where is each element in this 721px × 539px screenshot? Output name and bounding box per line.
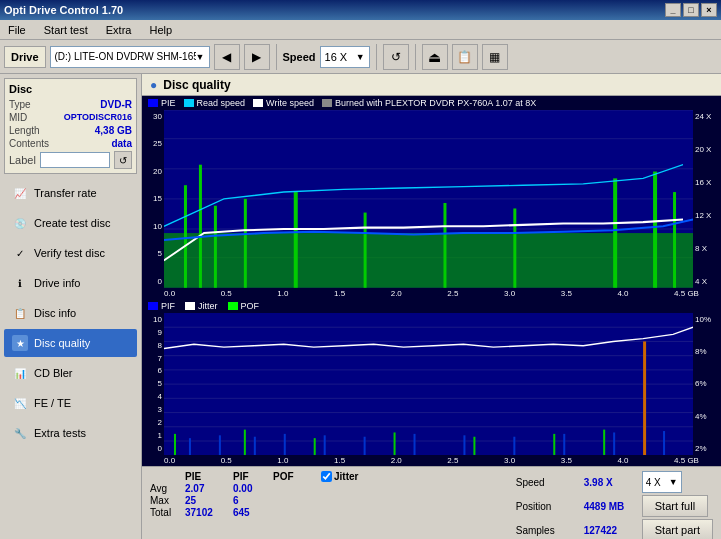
settings-button[interactable]: ▦ xyxy=(482,44,508,70)
nav-extra-tests-label: Extra tests xyxy=(34,427,86,439)
svg-rect-10 xyxy=(214,206,217,288)
eject-button[interactable]: ⏏ xyxy=(422,44,448,70)
x-axis-2: 0.0 0.5 1.0 1.5 2.0 2.5 3.0 3.5 4.0 4.5 … xyxy=(142,455,721,466)
svg-rect-32 xyxy=(394,432,396,455)
read-speed-color xyxy=(184,99,194,107)
disc-label-refresh-button[interactable]: ↺ xyxy=(114,151,132,169)
transfer-rate-icon: 📈 xyxy=(12,185,28,201)
nav-cd-bler[interactable]: 📊 CD Bler xyxy=(4,359,137,387)
svg-rect-36 xyxy=(643,341,646,455)
maximize-button[interactable]: □ xyxy=(683,3,699,17)
refresh-button[interactable]: ↺ xyxy=(383,44,409,70)
legend-jitter-label: Jitter xyxy=(198,301,218,311)
speed-box[interactable]: 4 X ▼ xyxy=(642,471,682,493)
pof-color xyxy=(228,302,238,310)
close-button[interactable]: × xyxy=(701,3,717,17)
svg-rect-31 xyxy=(314,438,316,455)
minimize-button[interactable]: _ xyxy=(665,3,681,17)
nav-transfer-rate[interactable]: 📈 Transfer rate xyxy=(4,179,137,207)
speed-combo[interactable]: 16 X ▼ xyxy=(320,46,370,68)
menu-extra[interactable]: Extra xyxy=(102,22,136,38)
start-full-button[interactable]: Start full xyxy=(642,495,708,517)
menu-file[interactable]: File xyxy=(4,22,30,38)
y-axis-left-1: 30 25 20 15 10 5 0 xyxy=(142,110,164,288)
separator-2 xyxy=(376,44,377,70)
svg-rect-30 xyxy=(244,429,246,455)
max-pie: 25 xyxy=(185,495,233,506)
nav-disc-quality[interactable]: ★ Disc quality xyxy=(4,329,137,357)
separator-1 xyxy=(276,44,277,70)
burned-color xyxy=(322,99,332,107)
legend-pie-label: PIE xyxy=(161,98,176,108)
disc-contents-key: Contents xyxy=(9,138,49,149)
drive-next-button[interactable]: ▶ xyxy=(244,44,270,70)
nav-verify-test-disc[interactable]: ✓ Verify test disc xyxy=(4,239,137,267)
drive-label: Drive xyxy=(4,46,46,68)
nav-drive-info[interactable]: ℹ Drive info xyxy=(4,269,137,297)
svg-rect-45 xyxy=(513,437,515,455)
legend-2: PIF Jitter POF xyxy=(142,299,721,313)
legend-burned-label: Burned with PLEXTOR DVDR PX-760A 1.07 at… xyxy=(335,98,536,108)
avg-jitter xyxy=(311,483,376,494)
start-part-button[interactable]: Start part xyxy=(642,519,713,539)
disc-mid-row: MID OPTODISCR016 xyxy=(9,112,132,123)
window-controls: _ □ × xyxy=(665,3,717,17)
total-pif: 645 xyxy=(233,507,273,518)
nav-fe-te[interactable]: 📉 FE / TE xyxy=(4,389,137,417)
nav-extra-tests[interactable]: 🔧 Extra tests xyxy=(4,419,137,447)
panel-header: ● Disc quality xyxy=(142,74,721,96)
panel-title: Disc quality xyxy=(163,78,230,92)
svg-rect-40 xyxy=(284,434,286,455)
disc-label-input[interactable] xyxy=(40,152,110,168)
drive-value: (D:) LITE-ON DVDRW SHM-165P6S M50F xyxy=(55,51,196,62)
nav-transfer-rate-label: Transfer rate xyxy=(34,187,97,199)
avg-pie: 2.07 xyxy=(185,483,233,494)
drive-combo[interactable]: (D:) LITE-ON DVDRW SHM-165P6S M50F ▼ xyxy=(50,46,210,68)
svg-rect-13 xyxy=(364,213,367,288)
legend-pie: PIE xyxy=(148,98,176,108)
separator-3 xyxy=(415,44,416,70)
nav-cd-bler-label: CD Bler xyxy=(34,367,73,379)
svg-rect-29 xyxy=(174,434,176,455)
speed-chevron-icon: ▼ xyxy=(356,52,365,62)
nav-create-test-disc[interactable]: 💿 Create test disc xyxy=(4,209,137,237)
stats-bar: PIE PIF POF Jitter Avg 2.07 0.00 xyxy=(142,466,721,539)
jitter-checkbox[interactable] xyxy=(321,471,332,482)
nav-disc-info[interactable]: 📋 Disc info xyxy=(4,299,137,327)
stats-max-row: Max 25 6 xyxy=(150,495,376,506)
speed-value: 16 X xyxy=(325,51,348,63)
drive-prev-button[interactable]: ◀ xyxy=(214,44,240,70)
y-axis-left-2: 10 9 8 7 6 5 4 3 2 1 0 xyxy=(142,313,164,455)
legend-pof: POF xyxy=(228,301,260,311)
nav-drive-info-label: Drive info xyxy=(34,277,80,289)
svg-rect-16 xyxy=(613,178,617,287)
jitter-color xyxy=(185,302,195,310)
drive-info-icon: ℹ xyxy=(12,275,28,291)
right-panel: ● Disc quality PIE Read speed Write spee… xyxy=(142,74,721,539)
disc-section-title: Disc xyxy=(9,83,132,95)
fe-te-icon: 📉 xyxy=(12,395,28,411)
legend-burned-info: Burned with PLEXTOR DVDR PX-760A 1.07 at… xyxy=(322,98,536,108)
avg-pof xyxy=(273,483,311,494)
avg-pif: 0.00 xyxy=(233,483,273,494)
drive-chevron-icon: ▼ xyxy=(196,52,205,62)
stats-samples-row: Samples 127422 Start part xyxy=(516,519,713,539)
chart-1-svg-container xyxy=(164,110,693,288)
disc-contents-val: data xyxy=(111,138,132,149)
legend-write-speed-label: Write speed xyxy=(266,98,314,108)
panel-icon: ● xyxy=(150,78,157,92)
menu-start-test[interactable]: Start test xyxy=(40,22,92,38)
stats-avg-row: Avg 2.07 0.00 xyxy=(150,483,376,494)
menu-help[interactable]: Help xyxy=(145,22,176,38)
y-axis-right-1: 24 X 20 X 16 X 12 X 8 X 4 X xyxy=(693,110,721,288)
disc-length-row: Length 4,38 GB xyxy=(9,125,132,136)
copy-button[interactable]: 📋 xyxy=(452,44,478,70)
stats-header-row: PIE PIF POF Jitter xyxy=(150,471,376,482)
svg-rect-14 xyxy=(443,203,446,288)
disc-label-key: Label xyxy=(9,154,36,166)
max-pof xyxy=(273,495,311,506)
disc-type-key: Type xyxy=(9,99,31,110)
speed-stat-val: 3.98 X xyxy=(584,477,634,488)
avg-label: Avg xyxy=(150,483,185,494)
max-pif: 6 xyxy=(233,495,273,506)
